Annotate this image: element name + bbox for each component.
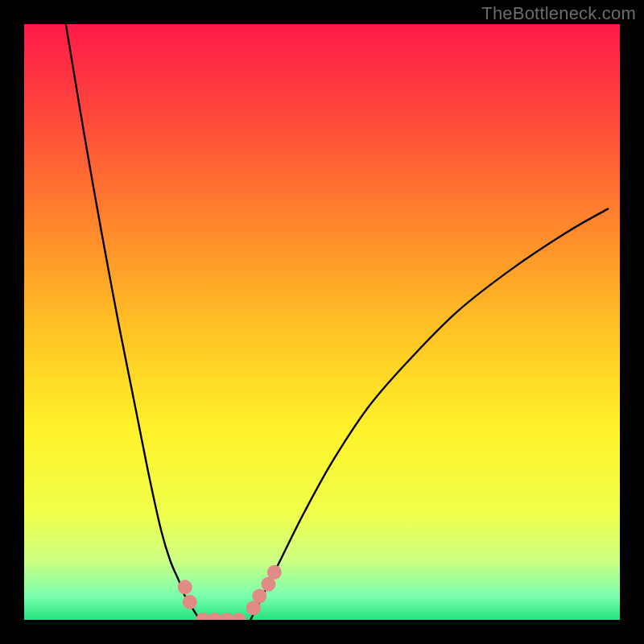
chart-frame: TheBottleneck.com: [0, 0, 644, 644]
highlight-dot: [267, 565, 282, 580]
highlight-dot: [231, 613, 246, 627]
gradient-background: [24, 24, 620, 620]
highlight-dot: [183, 595, 197, 609]
highlight-dot: [252, 588, 266, 603]
bottleneck-chart: [0, 0, 644, 644]
highlight-dot: [178, 580, 192, 594]
